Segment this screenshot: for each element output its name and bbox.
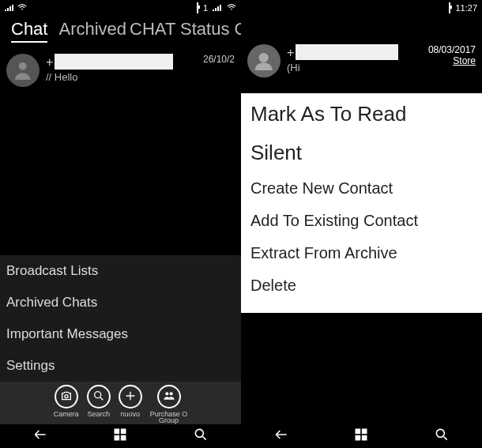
svg-rect-7	[115, 429, 120, 435]
svg-point-1	[231, 9, 232, 10]
search-nav-icon[interactable]	[193, 427, 209, 446]
camera-label: Camera	[54, 410, 79, 418]
avatar	[247, 44, 281, 77]
tab-bar: Chat Archived CHAT Status Calls	[0, 16, 241, 49]
chat-date: 26/10/2	[203, 54, 235, 65]
ctx-silent[interactable]: Silent	[241, 134, 482, 172]
avatar	[6, 54, 40, 87]
camera-button[interactable]: Camera	[54, 385, 79, 424]
tab-chat[interactable]: Chat	[11, 19, 47, 43]
svg-point-4	[94, 392, 100, 398]
svg-point-2	[19, 62, 27, 70]
ctx-add-existing[interactable]: Add To Existing Contact	[241, 205, 482, 237]
tab-status-calls[interactable]: CHAT Status Calls	[130, 19, 241, 43]
svg-rect-13	[356, 429, 361, 435]
back-icon[interactable]	[273, 427, 289, 446]
nuovo-label: nuovo	[120, 410, 140, 418]
clock-text: 11:27	[455, 3, 477, 13]
menu-important-messages[interactable]: Important Messages	[0, 318, 241, 350]
context-menu: Mark As To Read Silent Create New Contac…	[241, 93, 482, 313]
signal-icon	[213, 3, 222, 13]
contact-name-redacted	[296, 44, 398, 60]
chat-preview: (Hi	[287, 62, 422, 73]
chat-row[interactable]: + (Hi 08/03/2017 Store	[241, 40, 482, 82]
phone-prefix: +	[287, 46, 294, 60]
svg-rect-8	[121, 429, 126, 435]
store-link[interactable]: Store	[453, 55, 476, 66]
svg-point-11	[195, 429, 203, 437]
group-label: Group	[159, 416, 179, 424]
plus-icon	[124, 390, 137, 404]
search-icon	[92, 390, 105, 404]
new-button[interactable]: nuovo	[119, 385, 142, 424]
menu-archived-chats[interactable]: Archived Chats	[0, 287, 241, 318]
search-nav-icon[interactable]	[434, 427, 450, 446]
svg-rect-10	[121, 435, 126, 441]
group-button[interactable]: Purchase O Group	[150, 385, 188, 424]
search-label: Search	[87, 410, 110, 418]
chat-date: 08/03/2017	[428, 44, 476, 55]
chat-row[interactable]: + // Hello 26/10/2	[0, 49, 241, 92]
ctx-delete[interactable]: Delete	[241, 269, 482, 302]
action-bar: Camera Search nuovo Purchase O Group	[0, 382, 241, 424]
nav-bar	[241, 424, 482, 448]
status-bar: 11:27	[241, 0, 482, 16]
svg-rect-14	[362, 429, 367, 435]
signal-icon	[5, 3, 14, 13]
camera-icon	[60, 390, 73, 404]
nav-bar	[0, 424, 241, 448]
phone-prefix: +	[46, 55, 53, 70]
ctx-create-contact[interactable]: Create New Contact	[241, 172, 482, 205]
menu-broadcast-lists[interactable]: Broadcast Lists	[0, 255, 241, 287]
ctx-mark-read[interactable]: Mark As To Read	[241, 95, 482, 134]
windows-icon[interactable]	[353, 427, 369, 446]
search-button[interactable]: Search	[87, 385, 111, 424]
group-icon	[163, 390, 175, 404]
tab-archived[interactable]: Archived	[58, 19, 126, 43]
svg-point-5	[165, 392, 168, 395]
svg-rect-16	[362, 435, 367, 441]
wifi-icon	[227, 3, 236, 13]
wifi-icon	[17, 3, 27, 13]
contact-name-redacted	[55, 54, 173, 70]
svg-point-17	[436, 429, 444, 437]
battery-icon	[197, 3, 198, 13]
ctx-extract-archive[interactable]: Extract From Archive	[241, 237, 482, 269]
phone-left: 1 Chat Archived CHAT Status Calls + // H…	[0, 0, 241, 448]
windows-icon[interactable]	[112, 427, 128, 446]
battery-text: 1	[203, 3, 208, 13]
chat-preview: // Hello	[46, 71, 197, 83]
menu-settings[interactable]: Settings	[0, 350, 241, 382]
svg-rect-15	[356, 435, 361, 441]
svg-point-12	[259, 53, 269, 62]
svg-point-6	[169, 392, 172, 395]
svg-rect-9	[115, 435, 120, 441]
svg-point-0	[21, 9, 23, 10]
status-bar: 1	[0, 0, 241, 16]
phone-right: 11:27 + (Hi 08/03/2017 Store Mark As To …	[241, 0, 482, 448]
back-icon[interactable]	[32, 427, 48, 446]
battery-icon	[449, 3, 450, 13]
